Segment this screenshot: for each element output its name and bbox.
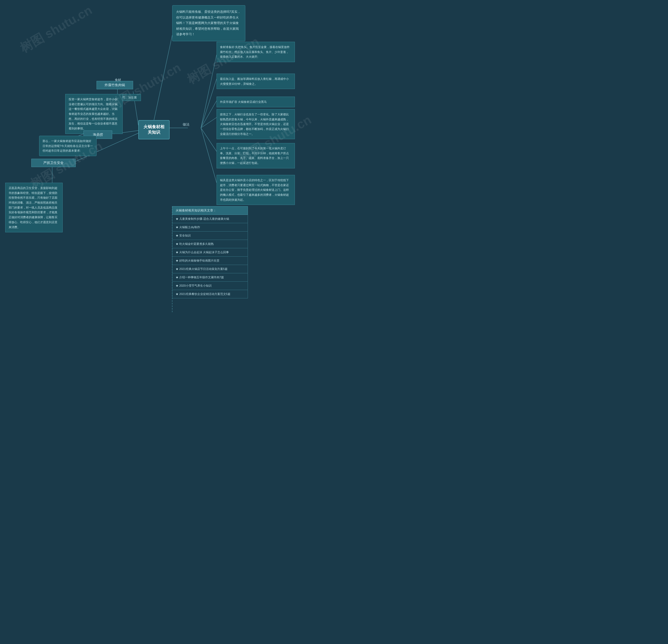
box-wamai: 外卖市场扩容 火锅食材店成行业黑马: [216, 96, 295, 107]
articles-section: 火锅食材相关知识相关文章： ★ 儿童美食制作步骤-适合儿童的健康火锅 ★ 火锅黏…: [172, 206, 248, 298]
svg-line-5: [201, 128, 216, 151]
label-zuofa: 做法: [183, 122, 189, 127]
article-item-3[interactable]: ★ 吃火锅金针菇要煮多久能熟: [172, 240, 248, 248]
step2-text: 最后加入盐、酱油等调味料后放入青红椒，再调成中小火慢慢煲10分钟，异锅食之。: [220, 77, 289, 85]
central-node: 火锅食材相关知识: [138, 120, 170, 139]
zhafu-label: 炸腐竹鱼肉锅: [105, 83, 125, 87]
wamai-text: 外卖市场扩容 火锅食材店成行业黑马: [220, 100, 267, 103]
intro-box: 火锅料只能有鱼板、蛋饺这类的选择吗?其实，你可以选择更有健康概念又一样好吃的养生…: [172, 5, 245, 41]
svg-line-1: [201, 55, 216, 128]
label-shicai: 食材: [115, 78, 121, 82]
article-item-4[interactable]: ★ 火锅为什么会起沫 火锅起沫子怎么回事: [172, 248, 248, 257]
article-item-9[interactable]: ★ 2021经典餐饮企业促销活动方案范文5篇: [172, 290, 248, 298]
article-item-1[interactable]: ★ 火锅黏土diy制作: [172, 223, 248, 231]
box-yanwei: 严抓卫生安全: [31, 159, 76, 167]
haidilao-sub-text: 那么，一家火锅食材超市应该如何做好日常的运营呢?今天就给各位店主分享一些对超市日…: [43, 139, 93, 152]
box-weisheng: 店面及商品的卫生安全，直接影响到超市的形象和经营。特别是眼下，疫情防控形势依然不…: [5, 183, 63, 232]
article-item-6[interactable]: ★ 2021经典火锅店节日活动策划方案5篇: [172, 265, 248, 273]
box-guoguo: 锅具是这类火锅外卖小店的特色之一，区别于传统线下超市，消费者只要通过网页一站式购…: [216, 175, 295, 205]
zuofa-text: 做法: [183, 122, 189, 126]
shangwu-text: 上午十一点，石可接到到了今天的第一笔火锅外卖订单。洗菜、分装、打包，不到十分钟，…: [220, 147, 289, 164]
step1-text: 食材准备好:先把鱼头、鱼片煎至金黄，接着在锅里放炸腐竹松丝、然后放入油豆腐和鱼头…: [220, 45, 290, 58]
central-node-label: 火锅食材相关知识: [143, 124, 164, 134]
svg-line-15: [154, 35, 172, 120]
shicai-label: 食材: [115, 78, 121, 82]
article-item-2[interactable]: ★ 安全知识: [172, 231, 248, 240]
article-item-8[interactable]: ★ 2020小雪节气养生小知识: [172, 282, 248, 290]
svg-line-2: [201, 79, 216, 128]
yiqing-text: 疫情之下，火锅行业也发生了一些变化。除了大家都比较熟悉的堂食火锅，今年以来，火锅…: [220, 113, 289, 135]
weisheng-text: 店面及商品的卫生安全，直接影响到超市的形象和经营。特别是眼下，疫情防控形势依然不…: [9, 186, 57, 229]
svg-line-4: [201, 118, 216, 128]
svg-line-6: [201, 128, 216, 183]
article-item-5[interactable]: ★ 好吃的火锅食物手绘画图片欣赏: [172, 257, 248, 265]
article-item-7[interactable]: ★ 介绍一种事物五年级作文涮羊肉7篇: [172, 273, 248, 282]
articles-title: 火锅食材相关知识相关文章：: [172, 206, 248, 215]
svg-line-3: [201, 101, 216, 128]
intro-text: 火锅料只能有鱼板、蛋饺这类的选择吗?其实，你可以选择更有健康概念又一样好吃的养生…: [176, 10, 241, 36]
box-yiqing: 疫情之下，火锅行业也发生了一些变化。除了大家都比较熟悉的堂食火锅，今年以来，火锅…: [216, 109, 295, 139]
article-item-0[interactable]: ★ 儿童美食制作步骤-适合儿童的健康火锅: [172, 215, 248, 223]
box-haidilao-sub: 那么，一家火锅食材超市应该如何做好日常的运营呢?今天就给各位店主分享一些对超市日…: [39, 136, 96, 156]
box-step2: 最后加入盐、酱油等调味料后放入青红椒，再调成中小火慢慢煲10分钟，异锅食之。: [216, 74, 295, 89]
guoguo-text: 锅具是这类火锅外卖小店的特色之一，区别于传统线下超市，消费者只要通过网页一站式购…: [220, 179, 289, 201]
invest-text: 投资一家火锅烤货食材超市，是中小创业者们普遍认可的项目方向。随着火锅这一餐饮模式…: [69, 98, 118, 130]
watermark-1: 树图 shutu.cn: [17, 2, 95, 57]
box-invest: 投资一家火锅烤货食材超市，是中小创业者们普遍认可的项目方向。随着火锅这一餐饮模式…: [65, 94, 123, 134]
yanwei-label: 严抓卫生安全: [43, 161, 64, 165]
box-step1: 食材准备好:先把鱼头、鱼片煎至金黄，接着在锅里放炸腐竹松丝、然后放入油豆腐和鱼头…: [216, 42, 295, 62]
box-shangwu: 上午十一点，石可接到到了今天的第一笔火锅外卖订单。洗菜、分装、打包，不到十分钟，…: [216, 143, 295, 168]
